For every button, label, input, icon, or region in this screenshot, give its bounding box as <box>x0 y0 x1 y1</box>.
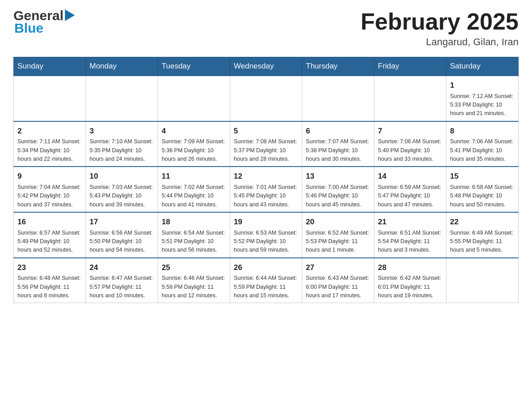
table-row: 14Sunrise: 6:59 AM Sunset: 5:47 PM Dayli… <box>374 167 446 212</box>
svg-marker-0 <box>65 9 75 21</box>
table-row: 4Sunrise: 7:09 AM Sunset: 5:36 PM Daylig… <box>158 121 230 167</box>
table-row <box>302 76 374 121</box>
day-number: 15 <box>450 171 515 182</box>
calendar-week-row: 16Sunrise: 6:57 AM Sunset: 5:49 PM Dayli… <box>14 212 519 258</box>
day-info: Sunrise: 7:11 AM Sunset: 5:34 PM Dayligh… <box>17 137 82 163</box>
table-row: 12Sunrise: 7:01 AM Sunset: 5:45 PM Dayli… <box>230 167 302 212</box>
col-sunday: Sunday <box>14 57 86 76</box>
calendar-header-row: Sunday Monday Tuesday Wednesday Thursday… <box>14 57 519 76</box>
col-saturday: Saturday <box>446 57 519 76</box>
table-row: 13Sunrise: 7:00 AM Sunset: 5:46 PM Dayli… <box>302 167 374 212</box>
table-row: 26Sunrise: 6:44 AM Sunset: 5:59 PM Dayli… <box>230 258 302 303</box>
table-row: 1Sunrise: 7:12 AM Sunset: 5:33 PM Daylig… <box>446 76 519 121</box>
day-number: 12 <box>234 171 298 182</box>
day-number: 10 <box>90 171 154 182</box>
day-number: 22 <box>450 216 515 228</box>
day-info: Sunrise: 7:04 AM Sunset: 5:42 PM Dayligh… <box>17 183 82 209</box>
table-row: 10Sunrise: 7:03 AM Sunset: 5:43 PM Dayli… <box>86 167 158 212</box>
col-friday: Friday <box>374 57 446 76</box>
day-number: 19 <box>234 216 298 228</box>
day-number: 25 <box>162 262 226 274</box>
calendar-week-row: 9Sunrise: 7:04 AM Sunset: 5:42 PM Daylig… <box>14 167 519 212</box>
logo-blue-text: Blue <box>14 21 43 35</box>
logo-arrow-icon <box>65 9 75 21</box>
table-row <box>14 76 86 121</box>
col-monday: Monday <box>86 57 158 76</box>
day-info: Sunrise: 7:09 AM Sunset: 5:36 PM Dayligh… <box>162 137 226 163</box>
day-info: Sunrise: 7:01 AM Sunset: 5:45 PM Dayligh… <box>234 183 298 209</box>
table-row: 5Sunrise: 7:08 AM Sunset: 5:37 PM Daylig… <box>230 121 302 167</box>
day-info: Sunrise: 6:59 AM Sunset: 5:47 PM Dayligh… <box>378 183 442 209</box>
day-number: 3 <box>90 125 154 137</box>
day-number: 28 <box>378 262 442 274</box>
day-info: Sunrise: 7:03 AM Sunset: 5:43 PM Dayligh… <box>90 183 154 209</box>
day-number: 27 <box>306 262 370 274</box>
table-row: 27Sunrise: 6:43 AM Sunset: 6:00 PM Dayli… <box>302 258 374 303</box>
table-row <box>446 258 519 303</box>
day-number: 7 <box>378 125 442 137</box>
day-number: 5 <box>234 125 298 137</box>
calendar-week-row: 23Sunrise: 6:48 AM Sunset: 5:56 PM Dayli… <box>14 258 519 303</box>
day-info: Sunrise: 7:12 AM Sunset: 5:33 PM Dayligh… <box>450 92 515 118</box>
day-number: 4 <box>162 125 226 137</box>
day-number: 13 <box>306 171 370 182</box>
day-info: Sunrise: 6:42 AM Sunset: 6:01 PM Dayligh… <box>378 274 442 300</box>
table-row: 19Sunrise: 6:53 AM Sunset: 5:52 PM Dayli… <box>230 212 302 258</box>
table-row: 16Sunrise: 6:57 AM Sunset: 5:49 PM Dayli… <box>14 212 86 258</box>
location: Langarud, Gilan, Iran <box>360 36 519 48</box>
day-number: 17 <box>90 216 154 228</box>
table-row <box>230 76 302 121</box>
calendar-week-row: 2Sunrise: 7:11 AM Sunset: 5:34 PM Daylig… <box>14 121 519 167</box>
table-row: 28Sunrise: 6:42 AM Sunset: 6:01 PM Dayli… <box>374 258 446 303</box>
day-info: Sunrise: 6:51 AM Sunset: 5:54 PM Dayligh… <box>378 229 442 255</box>
table-row <box>374 76 446 121</box>
day-info: Sunrise: 7:08 AM Sunset: 5:37 PM Dayligh… <box>234 137 298 163</box>
table-row: 20Sunrise: 6:52 AM Sunset: 5:53 PM Dayli… <box>302 212 374 258</box>
day-info: Sunrise: 7:06 AM Sunset: 5:41 PM Dayligh… <box>450 137 515 163</box>
day-info: Sunrise: 6:44 AM Sunset: 5:59 PM Dayligh… <box>234 274 298 300</box>
day-info: Sunrise: 6:53 AM Sunset: 5:52 PM Dayligh… <box>234 229 298 255</box>
day-number: 20 <box>306 216 370 228</box>
day-info: Sunrise: 6:46 AM Sunset: 5:58 PM Dayligh… <box>162 274 226 300</box>
day-number: 1 <box>450 80 515 91</box>
day-info: Sunrise: 6:56 AM Sunset: 5:50 PM Dayligh… <box>90 229 154 255</box>
day-number: 26 <box>234 262 298 274</box>
day-info: Sunrise: 6:54 AM Sunset: 5:51 PM Dayligh… <box>162 229 226 255</box>
day-info: Sunrise: 6:48 AM Sunset: 5:56 PM Dayligh… <box>17 274 82 300</box>
day-info: Sunrise: 7:10 AM Sunset: 5:35 PM Dayligh… <box>90 137 154 163</box>
day-number: 16 <box>17 216 82 228</box>
table-row: 15Sunrise: 6:58 AM Sunset: 5:48 PM Dayli… <box>446 167 519 212</box>
day-info: Sunrise: 7:00 AM Sunset: 5:46 PM Dayligh… <box>306 183 370 209</box>
table-row <box>86 76 158 121</box>
col-tuesday: Tuesday <box>158 57 230 76</box>
day-number: 24 <box>90 262 154 274</box>
calendar-week-row: 1Sunrise: 7:12 AM Sunset: 5:33 PM Daylig… <box>14 76 519 121</box>
day-number: 18 <box>162 216 226 228</box>
day-number: 2 <box>17 125 82 137</box>
table-row: 8Sunrise: 7:06 AM Sunset: 5:41 PM Daylig… <box>446 121 519 167</box>
table-row: 18Sunrise: 6:54 AM Sunset: 5:51 PM Dayli… <box>158 212 230 258</box>
day-info: Sunrise: 6:43 AM Sunset: 6:00 PM Dayligh… <box>306 274 370 300</box>
day-info: Sunrise: 6:49 AM Sunset: 5:55 PM Dayligh… <box>450 229 515 255</box>
table-row: 3Sunrise: 7:10 AM Sunset: 5:35 PM Daylig… <box>86 121 158 167</box>
title-area: February 2025 Langarud, Gilan, Iran <box>360 9 519 48</box>
table-row: 22Sunrise: 6:49 AM Sunset: 5:55 PM Dayli… <box>446 212 519 258</box>
day-info: Sunrise: 6:52 AM Sunset: 5:53 PM Dayligh… <box>306 229 370 255</box>
table-row: 7Sunrise: 7:06 AM Sunset: 5:40 PM Daylig… <box>374 121 446 167</box>
table-row: 2Sunrise: 7:11 AM Sunset: 5:34 PM Daylig… <box>14 121 86 167</box>
day-info: Sunrise: 7:07 AM Sunset: 5:38 PM Dayligh… <box>306 137 370 163</box>
day-number: 9 <box>17 171 82 182</box>
table-row <box>158 76 230 121</box>
table-row: 21Sunrise: 6:51 AM Sunset: 5:54 PM Dayli… <box>374 212 446 258</box>
calendar: Sunday Monday Tuesday Wednesday Thursday… <box>13 57 519 303</box>
day-info: Sunrise: 6:58 AM Sunset: 5:48 PM Dayligh… <box>450 183 515 209</box>
table-row: 23Sunrise: 6:48 AM Sunset: 5:56 PM Dayli… <box>14 258 86 303</box>
header: General Blue February 2025 Langarud, Gil… <box>13 9 519 48</box>
table-row: 25Sunrise: 6:46 AM Sunset: 5:58 PM Dayli… <box>158 258 230 303</box>
day-info: Sunrise: 6:47 AM Sunset: 5:57 PM Dayligh… <box>90 274 154 300</box>
day-number: 21 <box>378 216 442 228</box>
col-thursday: Thursday <box>302 57 374 76</box>
table-row: 6Sunrise: 7:07 AM Sunset: 5:38 PM Daylig… <box>302 121 374 167</box>
day-number: 8 <box>450 125 515 137</box>
month-title: February 2025 <box>360 9 519 34</box>
